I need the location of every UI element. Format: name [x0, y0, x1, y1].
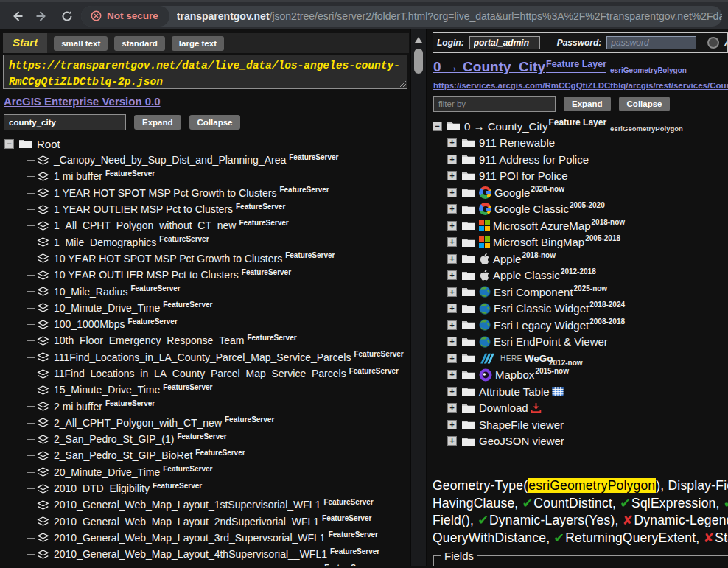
tree-item[interactable]: 2 mi bufferFeatureServer [4, 398, 410, 414]
expander-minus-icon[interactable]: − [433, 122, 442, 131]
login-input[interactable] [469, 36, 540, 49]
expander-plus-icon[interactable]: + [447, 254, 457, 264]
tree-item[interactable]: 100_1000MbpsFeatureServer [4, 316, 410, 332]
expander-plus-icon[interactable]: + [447, 221, 457, 231]
service-url-link[interactable]: https://services.arcgis.com/RmCCgQtiZLDC… [433, 81, 728, 90]
tree-item[interactable]: +ShapeFile viewer [433, 416, 728, 433]
expander-plus-icon[interactable]: + [447, 370, 457, 379]
tree-item[interactable]: +Esri Component2025-now [433, 284, 728, 301]
tree-item[interactable]: 11Find_Locations_in_LA_County_Parcel_Map… [4, 365, 410, 382]
tree-item[interactable]: 1 mi bufferFeatureServer [4, 168, 410, 184]
tree-item[interactable]: 2010_General_Web_Map_Layout_1stSuperviso… [4, 497, 410, 513]
layers-icon [37, 533, 49, 542]
tree-item[interactable]: _Canopy_Need_by_Sup_Dist_and_Planning_Ar… [4, 152, 410, 168]
tree-item[interactable]: 2010_General_Web_Map_Layout_2ndSuperivor… [4, 513, 410, 530]
tree-item[interactable]: 111Find_Locations_in_LA_County_Parcel_Ma… [4, 349, 410, 365]
reload-button[interactable] [56, 5, 78, 27]
expander-plus-icon[interactable]: + [447, 337, 457, 346]
tree-item[interactable]: +Esri Legacy Widget2008-2018 [433, 317, 728, 334]
tree-item[interactable]: +GeoJSON viewer [433, 433, 728, 450]
large-text-button[interactable]: large text [172, 36, 224, 51]
tree-item-superscript: 2018-now [592, 218, 626, 226]
tree-item[interactable]: −0 → County_CityFeature LayeresriGeometr… [433, 118, 728, 135]
expander-plus-icon[interactable]: + [447, 270, 457, 280]
right-filter-input[interactable] [433, 96, 556, 112]
expander-plus-icon[interactable]: + [447, 387, 457, 396]
start-tab[interactable]: Start [3, 33, 47, 53]
expander-plus-icon[interactable]: + [447, 237, 457, 247]
back-button[interactable] [6, 5, 28, 27]
tree-item[interactable]: +Mapbox2015-now [433, 367, 728, 384]
tree-item[interactable]: +911 POI for Police [433, 168, 728, 185]
expander-plus-icon[interactable]: + [447, 171, 457, 180]
tree-item[interactable]: 1 YEAR HOT SPOT MSP Pct Growth to Cluste… [4, 185, 410, 201]
data-url-textarea[interactable]: https://transparentgov.net/data/live_dat… [3, 55, 407, 89]
tree-item[interactable]: 1_All_CPHT_Polygon_without_CT_newFeature… [4, 217, 410, 234]
tree-item[interactable]: +Esri Classic Widget2018-2024 [433, 301, 728, 318]
layer-heading-link[interactable]: 0 → County_CityFeature LayeresriGeometry… [433, 59, 687, 75]
left-collapse-button[interactable]: Collapse [189, 115, 241, 130]
expander-plus-icon[interactable]: + [447, 155, 457, 164]
highlighted-geometry-type: esriGeometryPolygon [528, 478, 656, 493]
expander-plus-icon[interactable]: + [447, 287, 457, 297]
tree-item[interactable]: +Attribute Table [433, 383, 728, 400]
tree-item[interactable]: 10 YEAR OUTLIER MSP Pct to ClustersFeatu… [4, 267, 410, 283]
expander-plus-icon[interactable]: + [447, 188, 457, 197]
tree-item[interactable]: +Google Classic2005-2020 [433, 201, 728, 218]
scrollbar-up-icon[interactable] [415, 33, 422, 43]
expander-plus-icon[interactable]: + [447, 138, 457, 147]
not-secure-chip[interactable]: Not secure [81, 6, 169, 27]
small-text-button[interactable]: small text [54, 36, 108, 51]
arcgis-version-link[interactable]: ArcGIS Enterprise Version 0.0 [4, 95, 161, 108]
expander-plus-icon[interactable]: + [447, 304, 457, 313]
tree-item[interactable]: +Apple2018-now [433, 250, 728, 267]
scrollbar-thumb[interactable] [414, 49, 423, 74]
tree-item[interactable]: +Microsoft AzureMap2018-now [433, 217, 728, 234]
tree-root-item[interactable]: − Root [4, 136, 410, 152]
tree-item[interactable]: +911 Address for Police [433, 151, 728, 168]
tree-item[interactable]: +Esri EndPoint & Viewer [433, 334, 728, 351]
expander-plus-icon[interactable]: + [447, 403, 457, 413]
tree-item[interactable]: +911 Renewable [433, 135, 728, 152]
left-filter-row: Expand Collapse [4, 114, 410, 130]
left-expand-button[interactable]: Expand [134, 115, 181, 130]
layers-icon [37, 402, 49, 411]
expander-plus-icon[interactable]: + [447, 420, 457, 429]
address-bar[interactable]: Not secure transparentgov.net/json2tree/… [81, 6, 722, 27]
tree-item[interactable]: +Google2020-now [433, 184, 728, 201]
standard-text-button[interactable]: standard [114, 36, 165, 51]
tree-item[interactable]: 2010_General_Web_Map_Layout_3rd_Supervso… [4, 530, 410, 546]
tree-item[interactable]: 10_Minute_Drive_TimeFeatureServer [4, 300, 410, 316]
tree-item[interactable]: +HEREWeGo2012-now [433, 350, 728, 367]
tree-item[interactable]: 2_All_CPHT_Polygon_with_CT_newFeatureSer… [4, 415, 410, 431]
expander-plus-icon[interactable]: + [447, 320, 457, 330]
expander-plus-icon[interactable]: + [447, 204, 457, 214]
url-domain: transparentgov.net [177, 10, 270, 22]
right-expand-button[interactable]: Expand [564, 97, 611, 111]
expander-plus-icon[interactable]: + [447, 354, 457, 363]
tree-item[interactable]: 2_San_Pedro_St_GIP_BioRetFeatureServer [4, 447, 410, 463]
tree-item[interactable]: 2010_DTD_EligibilityFeatureServer [4, 480, 410, 497]
google-icon [479, 186, 491, 199]
expander-minus-icon[interactable]: − [4, 139, 14, 149]
forward-button[interactable] [31, 5, 53, 27]
tree-item[interactable]: 10 YEAR HOT SPOT MSP Pct Growth to Clust… [4, 250, 410, 267]
tree-item[interactable]: +Microsoft BingMap2005-2018 [433, 234, 728, 251]
tree-item[interactable]: 10th_Floor_Emergency_Response_TeamFeatur… [4, 332, 410, 348]
arcgis-online-radio[interactable] [707, 37, 719, 49]
tree-item[interactable]: 10_Mile_RadiusFeatureServer [4, 283, 410, 299]
tree-item[interactable]: +Apple Classic2012-2018 [433, 267, 728, 284]
right-collapse-button[interactable]: Collapse [619, 97, 671, 111]
expander-plus-icon[interactable]: + [447, 436, 457, 446]
tree-item[interactable]: 20_Minute_Drive_TimeFeatureServer [4, 464, 410, 480]
password-input[interactable] [606, 36, 696, 49]
tree-item[interactable]: +Download [433, 400, 728, 417]
tree-item[interactable]: 1 YEAR OUTLIER MSP Pct to ClustersFeatur… [4, 201, 410, 217]
tree-item[interactable]: 2010_General_Web_Map_Layout_4thSuperviso… [4, 546, 410, 562]
tree-item[interactable]: 15_Minute_Drive_TimeFeatureServer [4, 382, 410, 398]
panel-scrollbar[interactable] [410, 29, 427, 566]
tree-item[interactable]: 1_Mile_DemographicsFeatureServer [4, 234, 410, 250]
left-filter-input[interactable] [4, 114, 126, 130]
tree-item[interactable]: 2_San_Pedro_St_GIP_(1)FeatureServer [4, 431, 410, 447]
tree-item[interactable]: 2010_General_Web_Map_Layout_5thSuperviso… [4, 562, 410, 566]
